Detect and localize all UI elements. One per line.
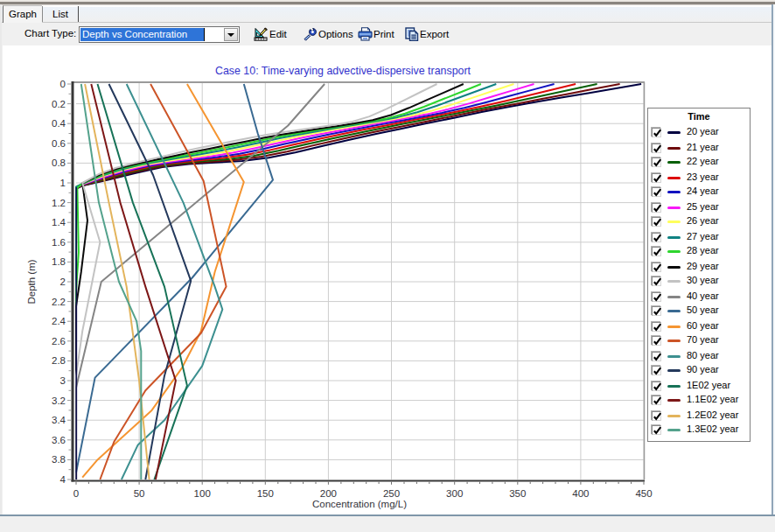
svg-text:Case 10: Time-varying advectiv: Case 10: Time-varying advective-dispersi… bbox=[215, 65, 471, 77]
svg-text:450: 450 bbox=[635, 488, 652, 499]
svg-text:Depth (m): Depth (m) bbox=[26, 259, 37, 304]
svg-text:100: 100 bbox=[194, 488, 211, 499]
svg-text:2.4: 2.4 bbox=[52, 316, 66, 326]
svg-text:400: 400 bbox=[572, 488, 589, 499]
svg-text:3: 3 bbox=[60, 375, 66, 386]
svg-text:1.4: 1.4 bbox=[52, 217, 66, 228]
svg-text:1: 1 bbox=[60, 178, 66, 188]
svg-text:2.8: 2.8 bbox=[52, 355, 66, 366]
svg-text:1.2: 1.2 bbox=[52, 198, 66, 208]
svg-text:150: 150 bbox=[257, 488, 274, 499]
svg-text:3.4: 3.4 bbox=[52, 415, 66, 425]
svg-text:4: 4 bbox=[60, 474, 66, 485]
svg-text:250: 250 bbox=[383, 488, 400, 499]
svg-text:Concentration (mg/L): Concentration (mg/L) bbox=[312, 499, 407, 509]
svg-text:3.6: 3.6 bbox=[52, 435, 66, 445]
svg-text:2.6: 2.6 bbox=[52, 336, 66, 346]
svg-text:2.2: 2.2 bbox=[52, 297, 66, 307]
svg-text:0.6: 0.6 bbox=[52, 138, 66, 149]
svg-text:0: 0 bbox=[60, 79, 66, 89]
svg-text:50: 50 bbox=[134, 488, 145, 499]
svg-text:0.4: 0.4 bbox=[52, 118, 66, 129]
svg-text:0: 0 bbox=[73, 488, 79, 499]
svg-text:0.2: 0.2 bbox=[52, 99, 66, 109]
svg-text:1.6: 1.6 bbox=[52, 237, 66, 248]
svg-text:3.2: 3.2 bbox=[52, 396, 66, 406]
svg-text:350: 350 bbox=[509, 488, 526, 499]
svg-text:0.8: 0.8 bbox=[52, 158, 66, 168]
svg-text:1.8: 1.8 bbox=[52, 256, 66, 267]
svg-text:2: 2 bbox=[60, 276, 66, 287]
svg-text:3.8: 3.8 bbox=[52, 454, 66, 465]
svg-text:300: 300 bbox=[446, 488, 463, 499]
svg-text:200: 200 bbox=[320, 488, 337, 499]
